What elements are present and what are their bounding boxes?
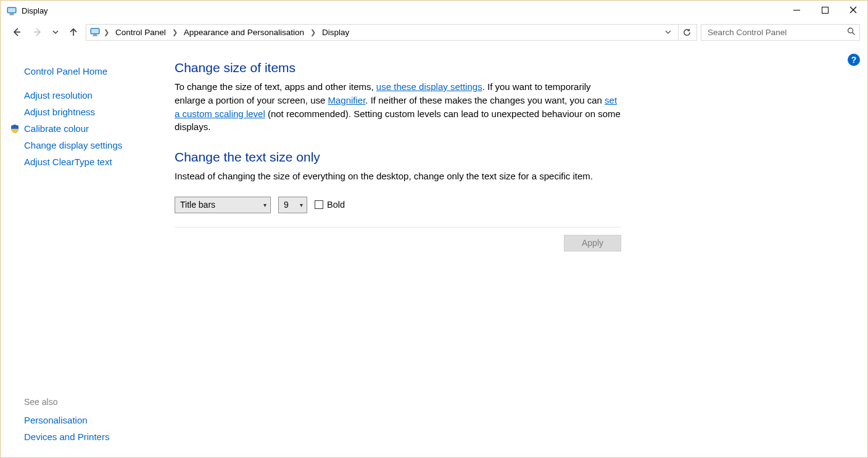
address-dropdown-button[interactable] (661, 25, 676, 39)
sidebar-link-adjust-cleartype[interactable]: Adjust ClearType text (24, 153, 150, 170)
sidebar-link-home[interactable]: Control Panel Home (24, 63, 150, 80)
text: . If neither of these makes the changes … (365, 95, 605, 105)
breadcrumb-appearance[interactable]: Appearance and Personalisation (181, 28, 307, 37)
sidebar-link-devices-and-printers[interactable]: Devices and Printers (24, 428, 150, 445)
heading-change-size: Change size of items (175, 60, 621, 75)
address-bar[interactable]: ❯ Control Panel ❯ Appearance and Persona… (86, 24, 697, 41)
chevron-down-icon: ▾ (263, 202, 267, 208)
bold-label: Bold (327, 200, 345, 210)
item-select[interactable]: Title bars ▾ (175, 197, 271, 213)
font-size-select[interactable]: 9 ▾ (278, 197, 307, 213)
up-button[interactable] (65, 23, 82, 41)
sidebar-link-change-display-settings[interactable]: Change display settings (24, 137, 150, 153)
svg-point-15 (848, 28, 853, 33)
link-magnifier[interactable]: Magnifier (328, 95, 365, 105)
divider (175, 227, 621, 227)
window-title: Display (22, 6, 48, 15)
svg-line-16 (853, 32, 855, 35)
sidebar-link-adjust-resolution[interactable]: Adjust resolution (24, 87, 150, 104)
text: To change the size of text, apps and oth… (175, 81, 376, 92)
display-icon (7, 6, 17, 16)
chevron-right-icon[interactable]: ❯ (171, 28, 179, 36)
text-size-paragraph: Instead of changing the size of everythi… (175, 170, 621, 183)
sidebar-link-calibrate-colour[interactable]: Calibrate colour (24, 120, 150, 137)
minimize-button[interactable] (782, 1, 811, 19)
back-button[interactable] (8, 23, 25, 41)
search-icon[interactable] (847, 27, 856, 38)
svg-rect-3 (9, 14, 14, 15)
recent-locations-button[interactable] (50, 23, 61, 41)
search-box[interactable] (701, 24, 860, 41)
font-size-value: 9 (284, 200, 289, 210)
sidebar-item-label: Calibrate colour (24, 123, 89, 134)
navigation-toolbar: ❯ Control Panel ❯ Appearance and Persona… (1, 21, 867, 46)
svg-rect-2 (10, 14, 14, 15)
sidebar: Control Panel Home Adjust resolution Adj… (1, 46, 162, 457)
chevron-right-icon[interactable]: ❯ (309, 28, 317, 36)
close-button[interactable] (839, 1, 867, 19)
breadcrumb-display[interactable]: Display (320, 28, 352, 37)
see-also-heading: See also (24, 395, 150, 412)
item-select-value: Title bars (180, 200, 215, 210)
main-content: Change size of items To change the size … (162, 46, 867, 457)
checkbox-box[interactable] (315, 200, 323, 209)
svg-rect-1 (8, 8, 15, 12)
change-size-paragraph: To change the size of text, apps and oth… (175, 80, 621, 134)
forward-button[interactable] (29, 23, 46, 41)
svg-rect-13 (93, 35, 97, 36)
refresh-button[interactable] (678, 25, 695, 40)
apply-button[interactable]: Apply (564, 235, 621, 251)
svg-rect-14 (93, 36, 97, 36)
sidebar-link-personalisation[interactable]: Personalisation (24, 412, 150, 428)
sidebar-link-adjust-brightness[interactable]: Adjust brightness (24, 104, 150, 120)
title-bar: Display (1, 1, 867, 21)
display-icon (90, 27, 100, 37)
search-input[interactable] (706, 27, 847, 38)
svg-rect-5 (822, 7, 828, 13)
chevron-right-icon[interactable]: ❯ (102, 28, 110, 36)
shield-icon (10, 124, 20, 134)
chevron-down-icon: ▾ (300, 202, 303, 208)
help-button[interactable]: ? (848, 54, 860, 66)
maximize-button[interactable] (811, 1, 839, 19)
breadcrumb-control-panel[interactable]: Control Panel (113, 28, 168, 37)
svg-rect-12 (91, 29, 99, 33)
heading-text-size: Change the text size only (175, 150, 621, 165)
link-display-settings[interactable]: use these display settings (376, 81, 482, 92)
bold-checkbox[interactable]: Bold (315, 200, 345, 210)
